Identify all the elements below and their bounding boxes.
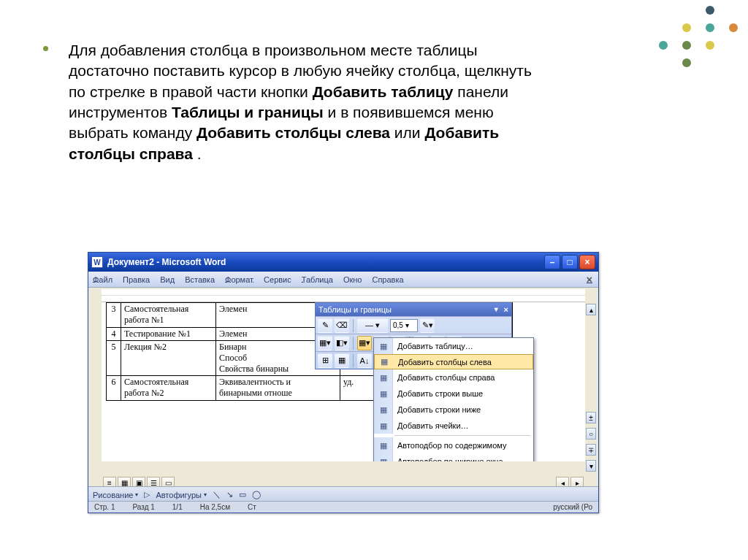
titlebar[interactable]: W Документ2 - Microsoft Word – □ × bbox=[88, 253, 598, 272]
menu-edit[interactable]: Правка bbox=[123, 275, 150, 284]
menu-item[interactable]: ▦Добавить столбцы слева bbox=[374, 354, 533, 369]
word-icon: W bbox=[91, 256, 103, 268]
menu-item-icon: ▦ bbox=[374, 402, 393, 418]
statusbar: Стр. 1 Разд 1 1/1 На 2,5см Ст русский (Р… bbox=[88, 501, 598, 513]
autoformat-icon[interactable]: ⊞ bbox=[318, 353, 332, 368]
menu-item-icon: ▦ bbox=[374, 453, 393, 461]
menu-view[interactable]: Вид bbox=[160, 275, 175, 284]
bold3: Добавить столбцы слева bbox=[196, 124, 390, 141]
instruction-paragraph: Для добавления столбца в произвольном ме… bbox=[44, 40, 541, 164]
status-at: На 2,5см bbox=[200, 503, 230, 511]
browse-object-icon[interactable]: ○ bbox=[586, 428, 596, 440]
eraser-icon[interactable]: ⌫ bbox=[335, 318, 349, 333]
toolbar-menu-icon[interactable]: ▼ bbox=[493, 306, 500, 313]
fill-icon[interactable]: ◧▾ bbox=[335, 336, 349, 350]
menu-item-label: Добавить строки выше bbox=[393, 389, 529, 398]
bold1: Добавить таблицу bbox=[313, 83, 454, 100]
menu-item-label: Добавить столбцы справа bbox=[393, 373, 529, 382]
toolbar-title: Таблицы и границы bbox=[318, 305, 493, 314]
menu-item[interactable]: ▦Добавить строки выше bbox=[374, 386, 533, 402]
menu-item[interactable]: ▦Добавить строки ниже bbox=[374, 402, 533, 418]
bullet-icon bbox=[43, 46, 48, 51]
menu-item-icon: ▦ bbox=[374, 386, 393, 402]
insert-dropdown: ▦Добавить таблицу…▦Добавить столбцы слев… bbox=[373, 337, 534, 461]
scroll-down-icon[interactable]: ▾ bbox=[586, 460, 596, 472]
sort-asc-icon[interactable]: A↓ bbox=[357, 353, 372, 368]
rectangle-icon[interactable]: ▭ bbox=[239, 490, 246, 499]
hide-grid-icon[interactable]: ▦ bbox=[335, 353, 349, 368]
menu-item-icon: ▦ bbox=[374, 418, 393, 434]
menu-item[interactable]: ▦Добавить ячейки… bbox=[374, 418, 533, 434]
minimize-button[interactable]: – bbox=[544, 255, 560, 269]
menu-separator bbox=[394, 435, 530, 436]
arrow-icon[interactable]: ↘ bbox=[226, 490, 233, 499]
status-lang: русский (Ро bbox=[553, 503, 592, 511]
bold2: Таблицы и границы bbox=[172, 104, 324, 120]
doc-close-icon[interactable]: × bbox=[587, 274, 592, 285]
menu-item-icon: ▦ bbox=[374, 338, 393, 354]
vertical-scrollbar[interactable]: ▴ ± ○ ∓ ▾ bbox=[585, 304, 597, 472]
decorative-dots bbox=[659, 6, 742, 73]
document-area[interactable]: 3Самостоятельная работа №1Элемен24Тестир… bbox=[102, 302, 585, 461]
scroll-up-icon[interactable]: ▴ bbox=[586, 304, 596, 315]
menu-help[interactable]: Справка bbox=[372, 275, 403, 284]
menu-item-icon: ▦ bbox=[374, 369, 393, 386]
menu-file[interactable]: Файл bbox=[93, 275, 112, 284]
menubar: Файл Правка Вид Вставка Формат Сервис Та… bbox=[88, 272, 598, 288]
word-window: W Документ2 - Microsoft Word – □ × Файл … bbox=[88, 252, 599, 513]
pen-color-icon[interactable]: ✎▾ bbox=[420, 318, 435, 333]
menu-item[interactable]: ▦Добавить столбцы справа bbox=[374, 369, 533, 386]
status-line: Ст bbox=[248, 503, 256, 511]
text: . bbox=[197, 145, 202, 162]
menu-window[interactable]: Окно bbox=[343, 275, 362, 284]
menu-insert[interactable]: Вставка bbox=[185, 275, 215, 284]
line-style-select[interactable]: — ▾ bbox=[357, 318, 388, 333]
menu-item-icon: ▦ bbox=[374, 437, 393, 453]
menu-table[interactable]: Таблица bbox=[302, 275, 333, 284]
toolbar-close-icon[interactable]: × bbox=[504, 305, 508, 314]
line-width-input[interactable]: 0,5 ▾ bbox=[390, 319, 418, 332]
menu-item[interactable]: ▦Автоподбор по ширине окна bbox=[374, 453, 533, 461]
border-icon[interactable]: ▦▾ bbox=[318, 336, 332, 350]
window-title: Документ2 - Microsoft Word bbox=[107, 257, 544, 267]
menu-tools[interactable]: Сервис bbox=[264, 275, 291, 284]
status-pages: 1/1 bbox=[172, 503, 183, 511]
close-button[interactable]: × bbox=[579, 255, 595, 269]
menu-item-label: Автоподбор по содержимому bbox=[393, 441, 529, 450]
ruler[interactable] bbox=[102, 289, 585, 302]
oval-icon[interactable]: ◯ bbox=[252, 490, 261, 499]
menu-item-label: Добавить столбцы слева bbox=[394, 358, 528, 367]
menu-item-label: Добавить таблицу… bbox=[393, 342, 529, 350]
prev-page-icon[interactable]: ± bbox=[586, 412, 596, 423]
drawing-toolbar: Рисование▾ ▷ Автофигуры▾ ＼ ↘ ▭ ◯ bbox=[88, 486, 598, 502]
menu-item[interactable]: ▦Автоподбор по содержимому bbox=[374, 437, 533, 453]
status-section: Разд 1 bbox=[132, 503, 154, 511]
draw-table-icon[interactable]: ✎ bbox=[318, 318, 332, 333]
menu-item-icon: ▦ bbox=[375, 354, 394, 370]
drawing-menu[interactable]: Рисование▾ bbox=[93, 491, 138, 499]
menu-format[interactable]: Формат bbox=[225, 275, 253, 284]
menu-item[interactable]: ▦Добавить таблицу… bbox=[374, 338, 533, 354]
line-icon[interactable]: ＼ bbox=[213, 489, 221, 500]
menu-item-label: Добавить ячейки… bbox=[393, 421, 529, 430]
autoshapes-menu[interactable]: Автофигуры▾ bbox=[156, 491, 207, 499]
select-objects-icon[interactable]: ▷ bbox=[144, 490, 150, 499]
toolbar-titlebar[interactable]: Таблицы и границы ▼ × bbox=[316, 303, 511, 316]
maximize-button[interactable]: □ bbox=[562, 255, 578, 269]
menu-item-label: Добавить строки ниже bbox=[393, 405, 529, 414]
insert-table-button[interactable]: ▦▾ bbox=[357, 336, 372, 350]
next-page-icon[interactable]: ∓ bbox=[586, 444, 596, 456]
status-page: Стр. 1 bbox=[94, 503, 115, 511]
menu-item-label: Автоподбор по ширине окна bbox=[393, 457, 529, 461]
text: или bbox=[394, 124, 425, 141]
